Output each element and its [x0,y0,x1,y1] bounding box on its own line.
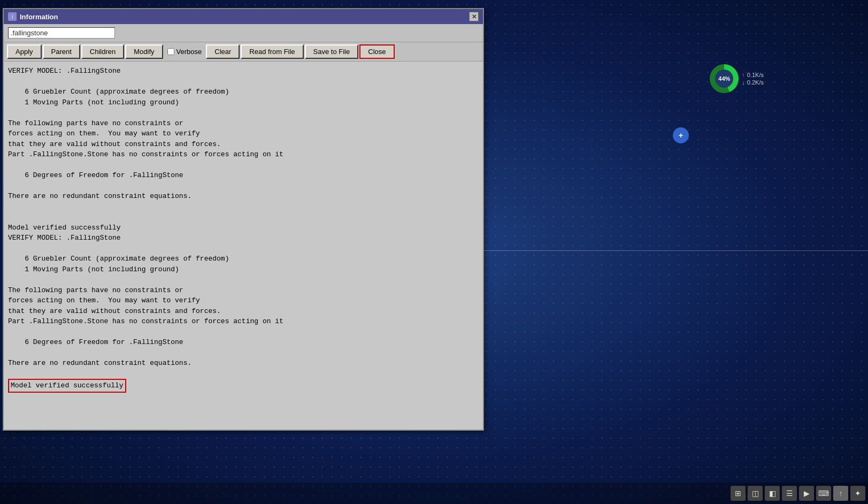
tray-icon-3[interactable]: ◧ [765,486,780,501]
content-text-block1: VERIFY MODEL: .FallingStone 6 Gruebler C… [8,67,283,367]
model-name-input[interactable] [8,27,115,39]
desktop-divider [484,250,868,251]
tray-icon-6[interactable]: ⌨ [816,486,831,501]
download-stat: ↓ 0.2K/s [742,79,764,86]
children-button[interactable]: Children [81,44,124,59]
highlighted-success-text: Model verified successfully [8,379,126,393]
cpu-percent: 44% [715,70,733,88]
toolbar: Apply Parent Children Modify Verbose Cle… [4,42,483,62]
upload-stat: ↑ 0.1K/s [742,72,764,78]
clear-button[interactable]: Clear [206,44,240,59]
corner-icon: + [673,127,689,143]
tray-icon-1[interactable]: ⊞ [731,486,746,501]
tray-icon-2[interactable]: ◫ [748,486,763,501]
title-bar-left: i Information [8,12,58,21]
dialog-icon: i [8,12,17,21]
modify-button[interactable]: Modify [125,44,163,59]
net-stats: ↑ 0.1K/s ↓ 0.2K/s [742,72,764,86]
download-arrow-icon: ↓ [742,79,745,86]
title-bar: i Information ✕ [4,9,483,24]
upload-speed: 0.1K/s [747,72,764,78]
cpu-gauge: 44% [710,64,739,93]
save-to-file-button[interactable]: Save to File [305,44,359,59]
close-button[interactable]: Close [359,44,394,59]
parent-button[interactable]: Parent [43,44,80,59]
model-name-bar [4,24,483,42]
tray-icon-8[interactable]: ✦ [850,486,865,501]
tray-icon-4[interactable]: ☰ [782,486,797,501]
information-dialog: i Information ✕ Apply Parent Children Mo… [3,8,484,431]
content-area[interactable]: VERIFY MODEL: .FallingStone 6 Gruebler C… [4,62,483,430]
upload-arrow-icon: ↑ [742,72,745,78]
taskbar: ⊞ ◫ ◧ ☰ ▶ ⌨ ↑ ✦ [0,483,868,504]
tray-icons: ⊞ ◫ ◧ ☰ ▶ ⌨ ↑ ✦ [731,486,865,501]
verbose-container: Verbose [164,48,205,56]
dialog-title: Information [20,13,58,21]
download-speed: 0.2K/s [747,79,764,86]
apply-button[interactable]: Apply [7,44,42,59]
tray-icon-7[interactable]: ↑ [833,486,848,501]
verbose-checkbox[interactable] [167,48,174,55]
read-from-file-button[interactable]: Read from File [241,44,303,59]
window-close-button[interactable]: ✕ [469,12,479,21]
verbose-label: Verbose [176,48,202,56]
network-monitor: 44% ↑ 0.1K/s ↓ 0.2K/s + [710,64,764,93]
tray-icon-5[interactable]: ▶ [799,486,814,501]
